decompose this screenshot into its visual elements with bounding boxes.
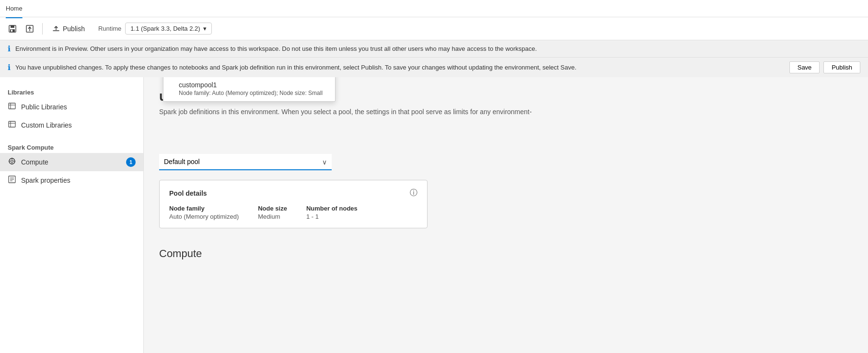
publish-button[interactable]: Publish [48,23,89,35]
alert-publish-button[interactable]: Publish [823,61,860,73]
node-size-col: Node size Medium [258,205,287,220]
spark-properties-label: Spark properties [21,176,70,184]
sidebar-item-compute[interactable]: Compute 1 [0,153,143,171]
toolbar-divider [42,23,43,35]
runtime-label: Runtime [98,25,121,32]
sidebar-item-custom-libraries[interactable]: Custom Libraries [0,116,143,134]
custompool1-item[interactable]: custompool1 Node family: Auto (Memory op… [163,78,335,101]
preview-alert-banner: ℹ Environment is in Preview. Other users… [0,40,868,58]
pool-details-title: Pool details [169,189,207,197]
compute-badge: 1 [126,157,136,167]
preview-alert-text: Environment is in Preview. Other users i… [15,45,537,52]
preview-info-icon: ℹ [8,44,11,53]
public-libraries-icon [8,102,16,112]
save-button[interactable] [6,22,19,35]
unpublished-alert-text: You have unpublished changes. To apply t… [15,64,577,71]
node-family-label: Node family [169,205,239,212]
unpublished-alert-banner: ℹ You have unpublished changes. To apply… [0,58,868,77]
custompool1-name: custompool1 [179,81,327,89]
node-size-value: Medium [258,213,287,220]
alert-save-button[interactable]: Save [789,61,820,73]
pool-details-header: Pool details ⓘ [169,188,417,198]
toolbar: Publish Runtime 1.1 (Spark 3.3, Delta 2.… [0,17,868,40]
pool-details-grid: Node family Auto (Memory optimized) Node… [169,205,417,220]
custom-libraries-label: Custom Libraries [21,121,72,129]
public-libraries-label: Public Libraries [21,103,67,111]
export-button[interactable] [23,22,36,35]
pool-select-container: Starter pool ✓ Default pool Node family:… [159,154,332,170]
runtime-dropdown[interactable]: 1.1 (Spark 3.3, Delta 2.2) ▾ [125,23,211,35]
top-nav: Home [0,0,868,17]
svg-point-13 [11,160,13,163]
runtime-section: Runtime 1.1 (Spark 3.3, Delta 2.2) ▾ [98,23,212,35]
compute-icon [8,157,16,167]
pool-dropdown[interactable]: Starter pool ✓ Default pool Node family:… [163,77,336,102]
alert-actions: Save Publish [789,61,860,73]
num-nodes-value: 1 - 1 [306,213,358,220]
num-nodes-label: Number of nodes [306,205,358,212]
pool-details-info-icon[interactable]: ⓘ [410,188,417,198]
pool-select-input[interactable] [159,154,332,170]
runtime-version: 1.1 (Spark 3.3, Delta 2.2) [130,25,200,32]
custom-libraries-icon [8,120,16,130]
svg-rect-3 [11,30,12,32]
spark-properties-icon [8,175,16,186]
sidebar-item-public-libraries[interactable]: Public Libraries [0,98,143,116]
node-family-value: Auto (Memory optimized) [169,213,239,220]
svg-rect-9 [9,121,15,127]
sidebar: Libraries Public Libraries Custom Librar… [0,77,144,353]
compute-label: Compute [21,158,48,166]
svg-rect-1 [11,25,14,28]
libraries-section-title: Libraries [0,85,143,98]
custompool1-desc: Node family: Auto (Memory optimized); No… [179,90,327,96]
sidebar-item-spark-properties[interactable]: Spark properties [0,171,143,189]
runtime-chevron-icon: ▾ [203,25,207,32]
compute-section-heading: Compute [159,247,853,260]
pool-details-card: Pool details ⓘ Node family Auto (Memory … [159,180,428,228]
publish-label: Publish [63,25,85,33]
content-subtext: Spark job definitions in this environmen… [159,108,590,116]
spark-compute-section-title: Spark Compute [0,140,143,153]
main-layout: Libraries Public Libraries Custom Librar… [0,77,868,353]
svg-rect-6 [9,103,15,109]
node-size-label: Node size [258,205,287,212]
node-family-col: Node family Auto (Memory optimized) [169,205,239,220]
num-nodes-col: Number of nodes 1 - 1 [306,205,358,220]
unpublished-info-icon: ℹ [8,63,11,72]
content-area: uration Spark job definitions in this en… [144,77,868,353]
home-tab[interactable]: Home [4,5,24,12]
